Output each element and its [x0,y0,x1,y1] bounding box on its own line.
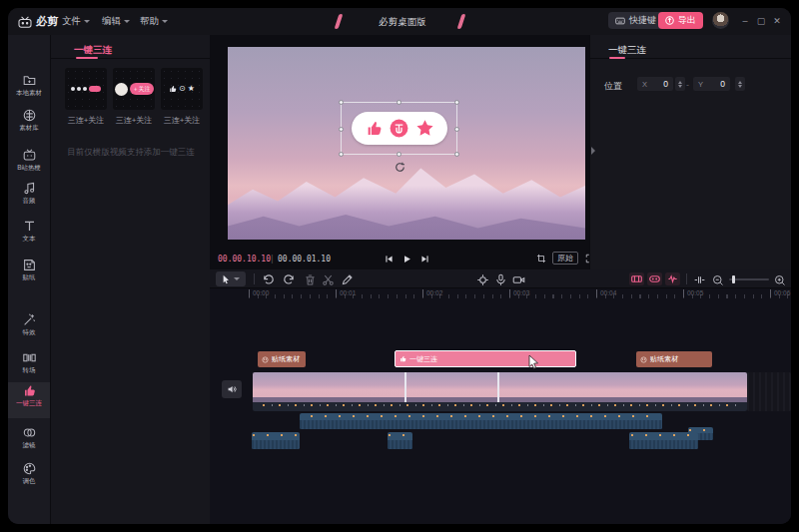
minimize-button[interactable]: – [739,16,751,26]
app-name: 必剪 [36,14,58,29]
timeline-ruler[interactable]: 00:00 00:01 00:02 00:03 00:04 00:05 00:0… [210,288,791,299]
avatar[interactable] [712,12,729,29]
video-track-tail [747,372,791,411]
mouse-cursor [528,354,540,370]
sidebar-item-color-grading[interactable]: 调色 [8,460,50,496]
video-track-clip[interactable] [253,372,747,411]
resize-handle-ne[interactable] [454,100,459,105]
thumb-up-icon [400,355,406,362]
divider [686,273,687,284]
coin-dot-icon [77,87,81,91]
video-thumbnail [541,372,582,402]
ruler-label: 00:06 [770,289,790,297]
undo-button[interactable] [262,272,275,285]
sidebar-item-local-media[interactable]: 本地素材 [8,72,50,108]
video-preview[interactable] [228,47,585,240]
asset-panel-tab[interactable]: 一键三连 [74,44,112,57]
export-button[interactable]: 导出 [658,12,703,29]
sidebar-item-material-library[interactable]: 素材库 [8,107,50,143]
card-label: 三连+关注 [113,115,155,126]
stepper-down-icon[interactable] [678,85,682,88]
position-y-stepper[interactable] [735,77,745,91]
position-x-stepper[interactable] [675,77,685,91]
resize-handle-sw[interactable] [339,152,344,157]
menu-help[interactable]: 帮助 [140,15,168,28]
prev-frame-button[interactable] [382,252,396,266]
track-height-button[interactable] [693,272,706,285]
tab-underline [609,57,625,59]
resize-handle-se[interactable] [454,152,459,157]
zoom-slider-handle[interactable] [732,275,735,283]
main-track-magnet-toggle[interactable] [629,272,644,285]
maximize-button[interactable]: ▢ [755,16,767,26]
sidebar-item-one-key-triple[interactable]: 一键三连 [8,382,50,418]
audio-clip-b1[interactable] [252,432,300,449]
sidebar-item-effects[interactable]: 特效 [8,311,50,347]
zoom-out-button[interactable] [712,272,725,285]
audio-clip-long[interactable] [300,413,662,429]
record-voice-button[interactable] [494,272,507,285]
shortcut-key-button[interactable]: 快捷键 [608,12,663,29]
redo-icon [283,273,296,286]
resize-handle-e[interactable] [454,127,459,132]
sticker-clip-1[interactable]: 贴纸素材 [258,351,306,367]
delete-button[interactable] [304,272,317,285]
sidebar-item-audio[interactable]: 音频 [8,180,50,216]
audio-clip-b2[interactable] [388,432,412,449]
stepper-down-icon[interactable] [738,85,742,88]
upload-icon [665,16,674,25]
close-button[interactable]: ✕ [771,16,783,26]
audio-clip-b3[interactable] [629,432,698,449]
track-link-toggle[interactable] [647,272,662,285]
position-x-field[interactable]: X 0 [637,77,673,91]
zoom-in-button[interactable] [774,272,787,285]
one-key-triple-clip[interactable]: 一键三连 [395,350,576,367]
track-focus-button[interactable] [476,272,489,285]
selection-box[interactable] [341,102,457,155]
stepper-up-icon[interactable] [738,81,742,84]
transition-icon [23,351,36,364]
transport-bar: 00.00.10.10 | 00.00.01.10 原始 [210,248,589,269]
focus-target-icon [476,273,489,286]
sidebar-item-filters[interactable]: 滤镜 [8,424,50,460]
stepper-up-icon[interactable] [678,81,682,84]
play-button[interactable] [400,252,413,266]
sticker-clip-2[interactable]: 贴纸素材 [636,351,712,367]
redo-button[interactable] [283,272,296,285]
sidebar-item-b-site-memes[interactable]: B站热梗 [8,147,50,183]
menu-edit[interactable]: 编辑 [102,15,130,28]
scissors-icon [322,273,335,286]
track-mute-button[interactable] [222,380,242,398]
inspector-tab[interactable]: 一键三连 [608,44,646,57]
tab-underline [76,57,98,59]
sidebar-item-sticker[interactable]: 贴纸 [8,257,50,292]
position-separator: - [686,80,689,90]
menu-file[interactable]: 文件 [62,15,90,28]
panel-collapse-arrow[interactable] [591,147,595,155]
select-tool-button[interactable] [216,271,246,286]
rotate-handle[interactable] [395,159,405,170]
track-link-icon [649,274,660,283]
position-label: 位置 [604,80,622,93]
audio-wave-toggle[interactable] [665,272,680,285]
resize-handle-n[interactable] [397,100,401,105]
resize-handle-w[interactable] [339,127,344,132]
template-card-triple-follow-3[interactable]: ⊙ ★ [161,68,203,110]
waveform-icon [667,274,678,283]
resize-handle-s[interactable] [397,152,401,157]
sidebar-item-text[interactable]: 文本 [8,218,50,254]
cut-button[interactable] [322,272,335,285]
template-card-triple-follow-1[interactable] [65,68,107,110]
template-card-triple-follow-2[interactable]: ＋关注 [113,68,155,110]
crop-button[interactable] [534,252,548,266]
resize-handle-nw[interactable] [339,100,344,105]
timeline-zoom-slider[interactable] [729,278,769,280]
position-y-field[interactable]: Y 0 [693,77,730,91]
sticker-icon [640,356,647,363]
clip-cut-line [404,372,406,402]
sidebar-item-transitions[interactable]: 转场 [8,349,50,385]
next-frame-button[interactable] [417,252,431,266]
original-size-button[interactable]: 原始 [552,252,578,265]
record-screen-button[interactable] [512,272,525,285]
marker-button[interactable] [341,272,354,285]
